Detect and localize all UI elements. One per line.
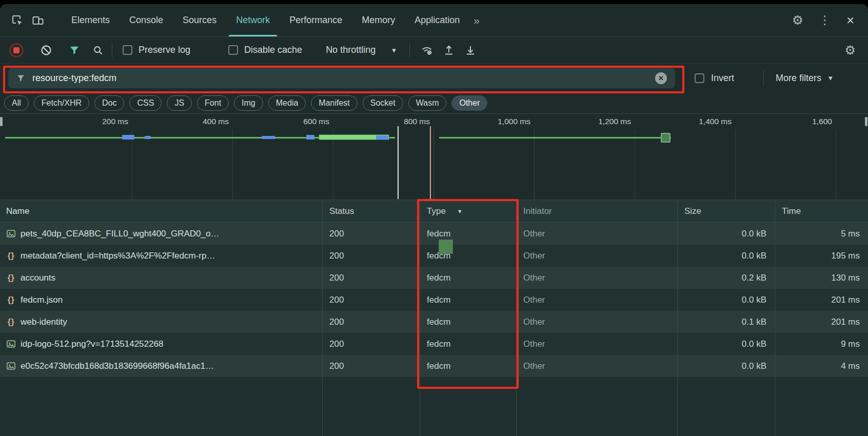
waterfall-end-marker	[661, 133, 670, 143]
column-header-time[interactable]: Time	[775, 200, 868, 222]
close-devtools-icon[interactable]: ✕	[846, 15, 855, 26]
chip-other[interactable]: Other	[451, 95, 487, 111]
filter-funnel-icon	[16, 74, 25, 83]
chip-css[interactable]: CSS	[129, 95, 162, 111]
column-header-name[interactable]: Name	[0, 200, 322, 222]
waterfall-segment	[262, 136, 275, 139]
waterfall-segment	[306, 135, 314, 140]
tab-elements[interactable]: Elements	[62, 4, 120, 36]
chip-fetch-xhr[interactable]: Fetch/XHR	[34, 95, 89, 111]
import-har-icon[interactable]	[443, 44, 455, 56]
request-name: metadata?client_id=https%3A%2F%2Ffedcm-r…	[21, 251, 215, 261]
device-toolbar-icon[interactable]	[28, 10, 48, 31]
resource-type-filter-bar: All Fetch/XHR Doc CSS JS Font Img Media …	[0, 92, 868, 114]
column-header-initiator[interactable]: Initiator	[516, 200, 677, 222]
screen: Elements Console Sources Network Perform…	[0, 0, 868, 436]
request-status: 200	[322, 355, 420, 377]
request-type: fedcm	[420, 355, 516, 377]
request-size: 0.0 kB	[677, 289, 775, 311]
tab-memory[interactable]: Memory	[352, 4, 405, 36]
image-file-icon	[6, 229, 16, 239]
chip-wasm[interactable]: Wasm	[408, 95, 447, 111]
chip-all[interactable]: All	[4, 95, 29, 111]
invert-filter-toggle[interactable]: Invert	[695, 64, 734, 92]
timeline-tick-label: 1,200 ms	[534, 117, 635, 126]
table-row[interactable]: {} fedcm.json 200 fedcm Other 0.0 kB 201…	[0, 289, 868, 311]
more-filters-label: More filters	[776, 73, 821, 84]
request-initiator: Other	[516, 223, 677, 245]
table-row[interactable]: {} metadata?client_id=https%3A%2F%2Ffedc…	[0, 245, 868, 267]
timeline-resize-handle-right[interactable]	[865, 117, 867, 126]
timeline-gridline	[635, 129, 635, 200]
chip-manifest[interactable]: Manifest	[311, 95, 357, 111]
table-row[interactable]: idp-logo-512.png?v=1713514252268 200 fed…	[0, 333, 868, 355]
request-type: fedcm	[420, 223, 516, 245]
toolbar-divider	[409, 43, 410, 58]
column-header-status[interactable]: Status	[322, 200, 420, 222]
more-filters-dropdown[interactable]: More filters ▾	[776, 64, 833, 92]
timeline-tick-label: 1,400 ms	[635, 117, 735, 126]
filter-input-box[interactable]: ✕	[8, 68, 675, 88]
request-size: 0.0 kB	[677, 245, 775, 267]
disable-cache-checkbox[interactable]	[228, 45, 238, 55]
inspect-element-icon[interactable]	[7, 10, 28, 31]
chip-doc[interactable]: Doc	[94, 95, 124, 111]
request-name: web-identity	[21, 317, 67, 327]
timeline-resize-handle-left[interactable]	[0, 117, 3, 126]
table-row[interactable]: {} accounts 200 fedcm Other 0.2 kB 130 m…	[0, 267, 868, 289]
network-settings-gear-icon[interactable]: ⚙	[844, 43, 859, 57]
requests-table: Name Status Type ▼ Initiator Size Time p…	[0, 200, 868, 436]
table-header-row: Name Status Type ▼ Initiator Size Time	[0, 200, 868, 223]
request-status: 200	[322, 245, 420, 267]
tab-application[interactable]: Application	[405, 4, 469, 36]
throttling-select[interactable]: No throttling ▾	[326, 45, 396, 55]
tab-console[interactable]: Console	[120, 4, 173, 36]
table-row[interactable]: pets_40dp_CEA8BC_FILL0_wght400_GRAD0_o… …	[0, 223, 868, 245]
tab-network[interactable]: Network	[226, 4, 280, 36]
column-header-type[interactable]: Type ▼	[420, 200, 516, 222]
network-conditions-icon[interactable]	[420, 44, 433, 56]
request-size: 0.0 kB	[677, 223, 775, 245]
clear-filter-icon[interactable]: ✕	[655, 72, 667, 84]
json-file-icon: {}	[6, 251, 16, 261]
timeline-gridline	[433, 129, 434, 200]
export-har-icon[interactable]	[464, 44, 477, 56]
invert-label: Invert	[711, 73, 734, 84]
network-overview-timeline[interactable]: 200 ms 400 ms 600 ms 800 ms 1,000 ms 1,2…	[0, 114, 868, 200]
waterfall-segment	[122, 135, 134, 140]
request-time: 5 ms	[775, 223, 868, 245]
record-network-log-button[interactable]	[9, 43, 24, 57]
more-tabs-icon[interactable]: »	[474, 14, 480, 27]
chip-js[interactable]: JS	[167, 95, 192, 111]
preserve-log-checkbox[interactable]	[123, 45, 132, 55]
request-initiator: Other	[516, 311, 677, 333]
settings-gear-icon[interactable]: ⚙	[792, 14, 803, 27]
chip-socket[interactable]: Socket	[363, 95, 403, 111]
devtools-window: Elements Console Sources Network Perform…	[0, 4, 868, 436]
json-file-icon: {}	[6, 318, 16, 327]
request-size: 0.0 kB	[677, 355, 775, 377]
preserve-log-toggle[interactable]: Preserve log	[123, 45, 190, 55]
filter-toggle-icon[interactable]	[69, 45, 80, 56]
column-header-size[interactable]: Size	[677, 200, 775, 222]
kebab-menu-icon[interactable]: ⋮	[819, 14, 831, 26]
request-status: 200	[322, 289, 420, 311]
request-type: fedcm	[420, 289, 516, 311]
clear-network-log-icon[interactable]	[40, 44, 52, 56]
disable-cache-toggle[interactable]: Disable cache	[228, 45, 302, 55]
request-type: fedcm	[420, 267, 516, 289]
timeline-gridline	[132, 129, 132, 200]
waterfall-segment	[145, 136, 151, 139]
chip-font[interactable]: Font	[197, 95, 229, 111]
tab-sources[interactable]: Sources	[173, 4, 226, 36]
filter-input[interactable]	[32, 73, 648, 84]
table-row[interactable]: e0c52c473bfcdb168d3b183699668f96a4fa1ac1…	[0, 355, 868, 377]
tab-performance[interactable]: Performance	[280, 4, 352, 36]
request-initiator: Other	[516, 267, 677, 289]
chip-img[interactable]: Img	[234, 95, 263, 111]
chip-media[interactable]: Media	[268, 95, 306, 111]
invert-checkbox[interactable]	[695, 73, 704, 83]
table-row[interactable]: {} web-identity 200 fedcm Other 0.1 kB 2…	[0, 311, 868, 333]
timeline-axis-labels: 200 ms 400 ms 600 ms 800 ms 1,000 ms 1,2…	[0, 114, 868, 129]
search-icon[interactable]	[92, 45, 104, 56]
